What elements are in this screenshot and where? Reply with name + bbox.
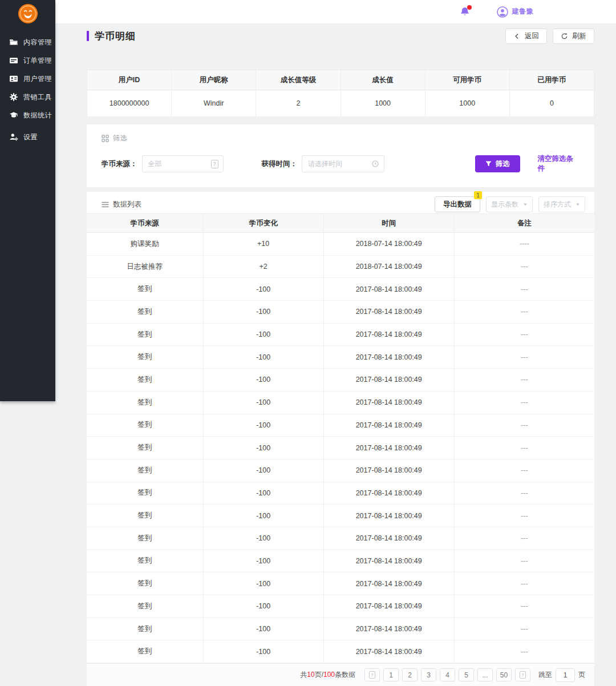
time-label: 获得时间： [262,159,298,169]
filter-section-title: 筛选 [102,134,579,143]
table-row: 签到-1002017-08-14 18:00:49--- [87,482,594,505]
table-cell: -100 [204,640,324,663]
source-select[interactable]: ? [142,155,224,172]
page-ellipsis[interactable]: ... [477,668,493,681]
username: 建鲁豫 [512,7,534,17]
sidebar-item-label: 数据统计 [23,111,52,119]
table-cell: 签到 [87,482,204,505]
clock-icon [371,160,379,168]
table-row: 签到-1002017-08-14 18:00:49--- [87,324,594,346]
table-cell: 2018-07-14 18:00:49 [324,233,455,255]
placeholder-box-icon: ? [211,160,218,168]
sidebar-item-users[interactable]: 用户管理 [0,70,55,88]
table-cell: 2017-08-14 18:00:49 [324,550,455,572]
table-cell: ---- [455,233,594,255]
app-logo[interactable] [0,0,55,25]
sort-select[interactable]: 排序方式 ▼ [538,196,585,212]
table-cell: 签到 [87,572,204,595]
back-button[interactable]: 返回 [505,29,547,44]
clear-filter-link[interactable]: 清空筛选条件 [538,154,579,173]
page-buttons: 12345...50 [383,668,512,681]
table-cell: --- [455,301,594,323]
grid-icon [102,135,109,142]
data-table-header-row: 学币来源学币变化时间备注 [87,213,594,233]
user-summary-table: 用户ID用户昵称成长值等级成长值可用学币已用学币 1800000000Windi… [87,70,594,117]
page-size-select[interactable]: 显示条数 ▼ [486,196,533,212]
table-row: 签到-1002017-08-14 18:00:49--- [87,369,594,392]
sidebar-item-stats[interactable]: 数据统计 [0,106,55,124]
sidebar-item-marketing[interactable]: 营销工具 [0,88,55,106]
order-card-icon [9,56,18,65]
user-table-value-cell: 2 [256,90,341,116]
time-picker[interactable] [302,155,384,172]
prev-page-button[interactable]: ? [364,668,380,681]
gear-icon [9,92,18,102]
page-button-5[interactable]: 5 [459,668,474,681]
page-button-4[interactable]: 4 [440,668,455,681]
table-cell: 签到 [87,550,204,572]
placeholder-box-icon: ? [520,671,526,679]
sidebar-item-orders[interactable]: 订单管理 [0,51,55,70]
page-title: 学币明细 [87,30,136,43]
table-cell: 签到 [87,278,204,300]
sidebar-item-content[interactable]: 内容管理 [0,33,55,51]
data-list-panel: 数据列表 导出数据 1 显示条数 ▼ 排序方式 ▼ 学币来源学币变化时间备注 购… [87,192,594,686]
user-table-header-cell: 成长值等级 [256,70,341,90]
table-cell: 签到 [87,505,204,527]
next-page-button[interactable]: ? [515,668,530,681]
page-button-50[interactable]: 50 [496,668,512,681]
table-cell: 2017-08-14 18:00:49 [324,527,455,550]
jump-page-input[interactable] [556,668,575,682]
export-wrap: 导出数据 1 [435,196,480,212]
refresh-icon [561,33,568,40]
notification-dot [467,5,472,10]
table-cell: 签到 [87,459,204,482]
export-badge: 1 [474,191,482,199]
page-button-3[interactable]: 3 [421,668,436,681]
refresh-button[interactable]: 刷新 [553,29,594,44]
table-cell: 2017-08-14 18:00:49 [324,505,455,527]
sidebar: 内容管理订单管理用户管理营销工具数据统计设置 [0,0,55,401]
source-label: 学币来源： [102,159,137,169]
table-cell: --- [455,527,594,550]
table-cell: -100 [204,392,324,414]
person-gear-icon [9,132,18,142]
table-cell: -100 [204,301,324,323]
source-select-input[interactable] [143,160,211,168]
user-table-value-cell: 0 [510,90,594,116]
notification-bell-icon[interactable] [459,6,471,18]
table-cell: --- [455,278,594,300]
table-cell: 2017-08-14 18:00:49 [324,346,455,368]
placeholder-box-icon: ? [369,671,375,679]
user-table-header-cell: 成长值 [341,70,425,90]
chevron-down-icon: ▼ [576,202,580,207]
table-cell: 签到 [87,324,204,346]
export-button[interactable]: 导出数据 [435,196,480,212]
table-cell: 2017-08-14 18:00:49 [324,482,455,505]
table-row: 签到-1002017-08-14 18:00:49--- [87,346,594,369]
user-table-value-cell: Windir [172,90,256,116]
table-cell: --- [455,392,594,414]
table-cell: 2017-08-14 18:00:49 [324,595,455,618]
data-table-body: 购课奖励+102018-07-14 18:00:49----日志被推荐+2201… [87,233,594,663]
user-table-header-cell: 可用学币 [425,70,510,90]
time-picker-input[interactable] [302,160,371,168]
table-cell: -100 [204,595,324,618]
user-menu[interactable]: 建鲁豫 [497,6,534,18]
sidebar-item-settings[interactable]: 设置 [0,128,55,146]
sidebar-item-label: 内容管理 [23,38,52,46]
user-table-header-cell: 用户ID [87,70,172,90]
table-cell: 签到 [87,618,204,640]
data-list-head: 数据列表 导出数据 1 显示条数 ▼ 排序方式 ▼ [87,192,594,213]
table-cell: --- [455,459,594,482]
table-row: 签到-1002017-08-14 18:00:49--- [87,595,594,618]
table-cell: 2017-08-14 18:00:49 [324,618,455,640]
table-cell: --- [455,618,594,640]
page-button-2[interactable]: 2 [402,668,418,681]
table-cell: --- [455,505,594,527]
table-row: 签到-1002017-08-14 18:00:49--- [87,459,594,482]
filter-button[interactable]: 筛选 [475,155,520,172]
table-cell: --- [455,595,594,618]
page-button-1[interactable]: 1 [383,668,399,681]
table-cell: 2017-08-14 18:00:49 [324,414,455,437]
